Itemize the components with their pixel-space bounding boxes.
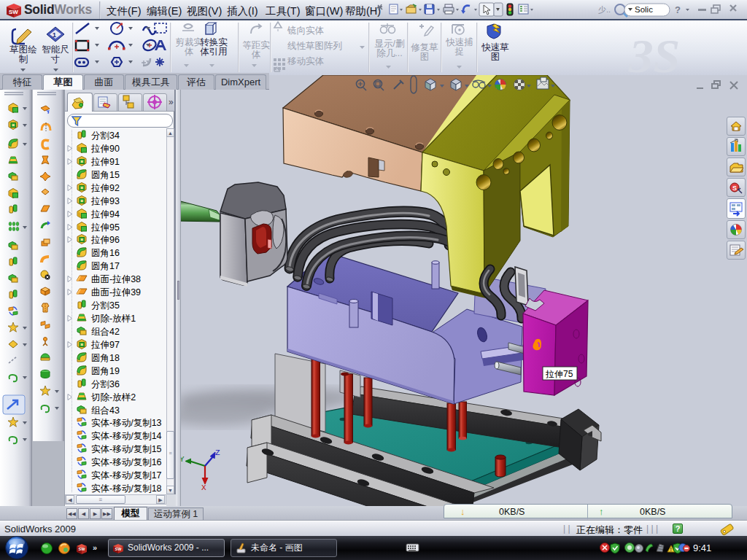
svg-text:!: ! [670,547,672,552]
svg-text:?: ? [675,4,681,15]
svg-text:少..: 少.. [598,5,611,14]
svg-text:1: 1 [53,31,56,39]
svg-text:»: » [169,97,174,107]
svg-text:S: S [732,184,737,192]
svg-text:SW: SW [79,547,86,551]
svg-text:SW: SW [9,9,18,15]
svg-text:ЗS: ЗS [628,29,680,75]
svg-text:Solic: Solic [635,5,653,14]
svg-text:SW: SW [115,547,123,551]
svg-text:X: X [201,483,206,492]
svg-text:»: » [93,543,97,552]
svg-text:Z: Z [215,448,220,457]
svg-text:拉伸75: 拉伸75 [545,369,573,379]
